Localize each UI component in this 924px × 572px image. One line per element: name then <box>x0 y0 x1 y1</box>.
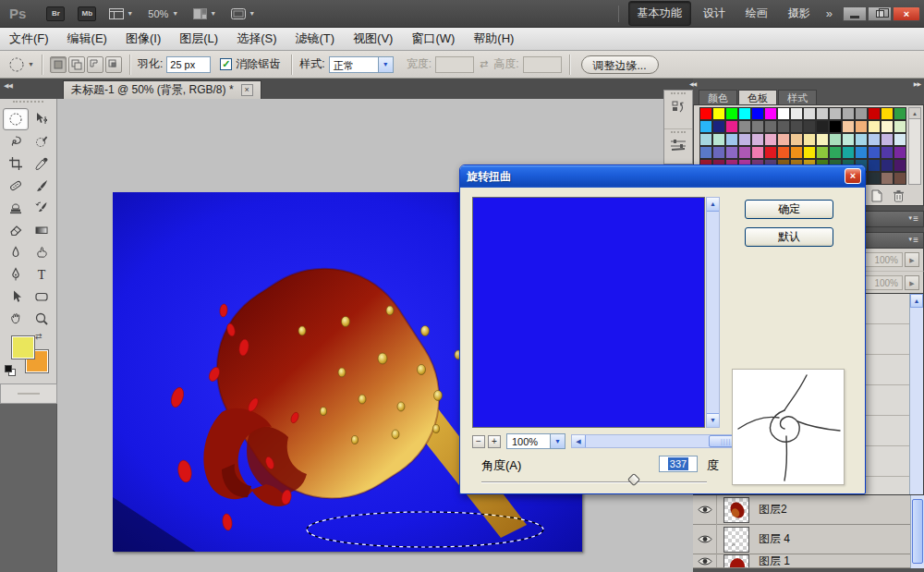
color-swatch[interactable] <box>751 133 764 146</box>
color-swatch[interactable] <box>712 107 725 120</box>
color-swatch[interactable] <box>738 146 751 159</box>
color-swatch[interactable] <box>842 107 855 120</box>
collapse-panel-icon[interactable]: ◀◀ <box>4 82 12 90</box>
restore-button[interactable] <box>868 6 892 21</box>
color-swatch[interactable] <box>868 120 881 133</box>
tool-brush[interactable] <box>29 175 55 197</box>
zoom-level-button[interactable]: 50% ▼ <box>148 8 178 19</box>
color-swatch[interactable] <box>699 107 712 120</box>
color-swatch[interactable] <box>738 107 751 120</box>
document-tab[interactable]: 未标题-1 @ 50% (背景, RGB/8) * × <box>63 80 261 99</box>
color-swatch[interactable] <box>725 107 738 120</box>
color-swatch[interactable] <box>777 146 790 159</box>
bridge-button[interactable]: Br <box>46 6 65 21</box>
color-swatch[interactable] <box>699 133 712 146</box>
color-swatch[interactable] <box>829 120 842 133</box>
layer-thumbnail[interactable] <box>723 554 749 568</box>
swap-colors-icon[interactable]: ⇄ <box>35 332 43 341</box>
color-swatch[interactable] <box>881 172 894 185</box>
color-swatch[interactable] <box>699 146 712 159</box>
opacity-value[interactable]: 100% <box>860 252 903 267</box>
opacity-arrow-icon[interactable]: ▶ <box>905 252 919 267</box>
color-swatch[interactable] <box>725 146 738 159</box>
expand-dock-icon[interactable]: ▶▶ <box>914 80 920 87</box>
ok-button[interactable]: 确定 <box>745 200 833 219</box>
tool-preset-picker[interactable]: ▼ <box>7 55 34 74</box>
color-swatch[interactable] <box>777 120 790 133</box>
tool-blur[interactable] <box>3 241 29 263</box>
color-swatch[interactable] <box>842 146 855 159</box>
mini-bridge-button[interactable]: Mb <box>78 6 96 21</box>
menu-item[interactable]: 图层(L) <box>179 30 218 47</box>
new-selection-button[interactable] <box>50 56 67 73</box>
color-swatch[interactable] <box>868 172 881 185</box>
default-button[interactable]: 默认 <box>745 227 833 247</box>
tool-shape[interactable] <box>29 286 55 308</box>
color-swatch[interactable] <box>868 107 881 120</box>
scroll-down-icon[interactable]: ▼ <box>707 413 719 427</box>
color-swatch[interactable] <box>777 133 790 146</box>
color-swatch[interactable] <box>790 120 803 133</box>
color-swatch[interactable] <box>738 133 751 146</box>
refine-edge-button[interactable]: 调整边缘... <box>581 55 659 74</box>
add-to-selection-button[interactable] <box>68 56 85 73</box>
color-swatch[interactable] <box>803 146 816 159</box>
color-swatch[interactable] <box>764 120 777 133</box>
collapse-dock-icon[interactable]: ◀◀ <box>689 80 696 87</box>
close-button[interactable]: × <box>893 6 920 21</box>
tool-path-selection[interactable] <box>3 286 29 308</box>
tool-quick-selection[interactable] <box>29 130 55 152</box>
menu-item[interactable]: 选择(S) <box>237 30 276 47</box>
menu-item[interactable]: 窗口(W) <box>411 30 455 47</box>
tool-spot-healing-brush[interactable] <box>3 175 29 197</box>
menu-item[interactable]: 编辑(E) <box>67 30 107 47</box>
workspace-paint-button[interactable]: 绘画 <box>737 2 776 25</box>
tab-styles[interactable]: 样式 <box>778 90 817 104</box>
layers-scrollbar[interactable] <box>910 495 924 568</box>
preview-vertical-scrollbar[interactable]: ▲ ▼ <box>706 197 720 428</box>
tool-lasso[interactable] <box>3 130 29 152</box>
color-swatch[interactable] <box>790 146 803 159</box>
scroll-up-icon[interactable]: ▲ <box>707 198 719 212</box>
color-swatch[interactable] <box>855 120 868 133</box>
menu-item[interactable]: 文件(F) <box>9 30 49 47</box>
color-swatch[interactable] <box>894 133 906 146</box>
tool-crop[interactable] <box>3 152 29 175</box>
tool-pen[interactable] <box>3 263 29 286</box>
new-swatch-icon[interactable] <box>870 189 883 202</box>
layer-row-2[interactable]: 图层2 <box>693 495 924 525</box>
workspace-basic-button[interactable]: 基本功能 <box>628 1 691 26</box>
color-swatch[interactable] <box>764 107 777 120</box>
tab-swatches[interactable]: 色板 <box>738 90 777 104</box>
antialias-checkbox[interactable]: ✓ <box>220 58 232 70</box>
layer-thumbnail[interactable] <box>723 497 749 523</box>
color-swatch[interactable] <box>764 146 777 159</box>
scroll-up-icon[interactable]: ▲ <box>910 294 923 308</box>
workspace-overflow-chevron[interactable]: » <box>826 6 833 20</box>
color-swatch[interactable] <box>868 146 881 159</box>
color-swatch[interactable] <box>868 159 881 172</box>
angle-input[interactable]: 337 <box>659 456 698 472</box>
color-swatch[interactable] <box>712 133 725 146</box>
menu-item[interactable]: 滤镜(T) <box>295 30 334 47</box>
color-swatch[interactable] <box>829 146 842 159</box>
close-icon[interactable]: × <box>241 84 253 96</box>
tool-eyedropper[interactable] <box>29 152 55 175</box>
tool-smudge[interactable] <box>29 241 55 263</box>
color-swatch[interactable] <box>868 133 881 146</box>
zoom-out-button[interactable]: − <box>472 435 485 448</box>
dialog-close-button[interactable]: × <box>845 168 861 184</box>
tool-type[interactable]: T <box>29 263 55 286</box>
color-swatch[interactable] <box>881 146 894 159</box>
fill-value[interactable]: 100% <box>860 275 903 290</box>
color-swatch[interactable] <box>803 120 816 133</box>
visibility-toggle[interactable] <box>693 554 717 568</box>
color-swatch[interactable] <box>842 120 855 133</box>
color-swatch[interactable] <box>894 146 906 159</box>
menu-item[interactable]: 图像(I) <box>126 30 161 47</box>
color-swatch[interactable] <box>829 133 842 146</box>
tool-clone-stamp[interactable] <box>3 197 29 219</box>
arrange-documents-button[interactable]: ▼ <box>193 8 216 19</box>
layer-row-1[interactable]: 图层 1 <box>693 554 924 568</box>
foreground-color-swatch[interactable] <box>11 335 35 359</box>
